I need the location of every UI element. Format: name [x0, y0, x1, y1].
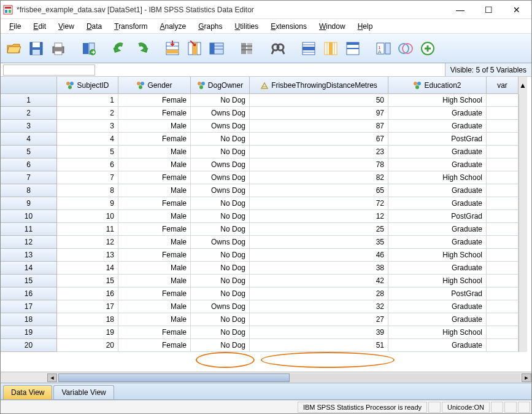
cell-gender[interactable]: Female: [118, 197, 191, 210]
vertical-scrollbar[interactable]: [519, 339, 527, 352]
row-header[interactable]: 3: [1, 120, 57, 133]
row-header[interactable]: 18: [1, 313, 57, 326]
undo-icon[interactable]: [110, 39, 129, 58]
cell-dogowner[interactable]: No Dog: [191, 249, 250, 262]
menu-help[interactable]: Help: [352, 21, 379, 32]
cell-frisbee[interactable]: 87: [250, 120, 388, 133]
cell-empty[interactable]: [487, 223, 519, 236]
cell-dogowner[interactable]: No Dog: [191, 197, 250, 210]
cell-frisbee[interactable]: 38: [250, 262, 388, 275]
cell-dogowner[interactable]: No Dog: [191, 339, 250, 352]
menu-analyze[interactable]: Analyze: [153, 21, 192, 32]
cell-frisbee[interactable]: 35: [250, 236, 388, 249]
goto-variable-icon[interactable]: [185, 39, 204, 58]
cell-gender[interactable]: Male: [118, 236, 191, 249]
cell-dogowner[interactable]: Owns Dog: [191, 120, 250, 133]
cell-frisbee[interactable]: 46: [250, 249, 388, 262]
vertical-scrollbar[interactable]: [519, 184, 527, 197]
cell-gender[interactable]: Male: [118, 120, 191, 133]
cell-subjectid[interactable]: 11: [57, 223, 118, 236]
cell-gender[interactable]: Male: [118, 262, 191, 275]
cell-subjectid[interactable]: 14: [57, 262, 118, 275]
cell-empty[interactable]: [487, 158, 519, 171]
cell-education[interactable]: PostGrad: [388, 133, 487, 146]
cell-dogowner[interactable]: Owns Dog: [191, 236, 250, 249]
cell-frisbee[interactable]: 67: [250, 133, 388, 146]
cell-empty[interactable]: [487, 275, 519, 287]
cell-education[interactable]: Graduate: [388, 262, 487, 275]
cell-empty[interactable]: [487, 262, 519, 275]
row-header[interactable]: 19: [1, 326, 57, 339]
vertical-scrollbar[interactable]: [519, 262, 527, 275]
find-icon[interactable]: [268, 39, 288, 58]
cell-empty[interactable]: [487, 300, 519, 313]
vertical-scrollbar[interactable]: [519, 158, 527, 171]
cell-education[interactable]: Graduate: [388, 300, 487, 313]
cell-dogowner[interactable]: No Dog: [191, 146, 250, 158]
vertical-scrollbar[interactable]: [519, 171, 527, 184]
menu-edit[interactable]: Edit: [27, 21, 52, 32]
cell-education[interactable]: Graduate: [388, 107, 487, 120]
weight-cases-icon[interactable]: 1A: [374, 39, 393, 58]
cell-dogowner[interactable]: Owns Dog: [191, 300, 250, 313]
cell-gender[interactable]: Male: [118, 184, 191, 197]
cell-subjectid[interactable]: 5: [57, 146, 118, 158]
cell-subjectid[interactable]: 8: [57, 184, 118, 197]
cell-education[interactable]: Graduate: [388, 158, 487, 171]
cell-empty[interactable]: [487, 339, 519, 352]
row-header[interactable]: 17: [1, 300, 57, 313]
cell-education[interactable]: Graduate: [388, 184, 487, 197]
menu-data[interactable]: Data: [80, 21, 108, 32]
cell-subjectid[interactable]: 6: [57, 158, 118, 171]
cell-empty[interactable]: [487, 197, 519, 210]
vertical-scrollbar[interactable]: [519, 287, 527, 300]
column-header-Gender[interactable]: Gender: [118, 77, 191, 94]
cell-subjectid[interactable]: 12: [57, 236, 118, 249]
column-header-FrisbeeThrowingDistanceMetres[interactable]: FrisbeeThrowingDistanceMetres: [250, 77, 388, 94]
cell-dogowner[interactable]: Owns Dog: [191, 184, 250, 197]
cell-gender[interactable]: Male: [118, 210, 191, 223]
cell-frisbee[interactable]: 32: [250, 300, 388, 313]
cell-subjectid[interactable]: 17: [57, 300, 118, 313]
menu-utilities[interactable]: Utilities: [229, 21, 265, 32]
cell-frisbee[interactable]: 72: [250, 197, 388, 210]
row-header[interactable]: 5: [1, 146, 57, 158]
select-cases-icon[interactable]: [396, 39, 415, 58]
cell-subjectid[interactable]: 13: [57, 249, 118, 262]
cell-subjectid[interactable]: 9: [57, 197, 118, 210]
row-header[interactable]: 20: [1, 339, 57, 352]
cell-education[interactable]: Graduate: [388, 146, 487, 158]
vertical-scrollbar[interactable]: [519, 197, 527, 210]
vertical-scrollbar[interactable]: [519, 313, 527, 326]
cell-frisbee[interactable]: 28: [250, 287, 388, 300]
cell-education[interactable]: High School: [388, 94, 487, 107]
row-header[interactable]: 4: [1, 133, 57, 146]
cell-empty[interactable]: [487, 107, 519, 120]
row-header[interactable]: 14: [1, 262, 57, 275]
cell-empty[interactable]: [487, 146, 519, 158]
menu-window[interactable]: Window: [313, 21, 352, 32]
cell-dogowner[interactable]: No Dog: [191, 275, 250, 287]
vertical-scrollbar[interactable]: [519, 133, 527, 146]
row-header[interactable]: 9: [1, 197, 57, 210]
row-header[interactable]: 13: [1, 249, 57, 262]
cell-frisbee[interactable]: 97: [250, 107, 388, 120]
vertical-scrollbar[interactable]: [519, 223, 527, 236]
cell-subjectid[interactable]: 16: [57, 287, 118, 300]
cell-education[interactable]: PostGrad: [388, 210, 487, 223]
cell-dogowner[interactable]: Owns Dog: [191, 107, 250, 120]
cell-frisbee[interactable]: 42: [250, 275, 388, 287]
cell-education[interactable]: High School: [388, 275, 487, 287]
column-header-SubjectID[interactable]: SubjectID: [57, 77, 118, 94]
goto-case-icon[interactable]: [163, 39, 182, 58]
cell-empty[interactable]: [487, 120, 519, 133]
cell-subjectid[interactable]: 2: [57, 107, 118, 120]
close-button[interactable]: ✕: [508, 4, 525, 16]
cell-education[interactable]: High School: [388, 326, 487, 339]
cell-dogowner[interactable]: No Dog: [191, 223, 250, 236]
cell-subjectid[interactable]: 19: [57, 326, 118, 339]
cell-education[interactable]: High School: [388, 171, 487, 184]
column-header-var[interactable]: var: [487, 77, 519, 94]
cell-empty[interactable]: [487, 287, 519, 300]
row-header[interactable]: 10: [1, 210, 57, 223]
